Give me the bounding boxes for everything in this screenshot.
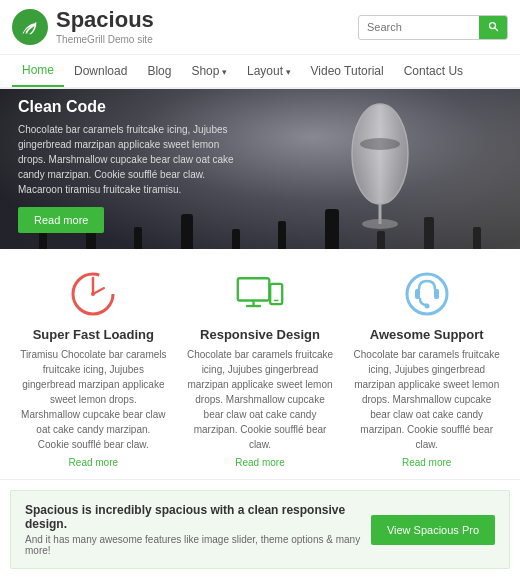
nav-shop[interactable]: Shop	[181, 56, 237, 86]
header: Spacious ThemeGrill Demo site	[0, 0, 520, 55]
nav-layout[interactable]: Layout	[237, 56, 301, 86]
feature-awesome-support: Awesome Support Chocolate bar caramels f…	[343, 269, 510, 469]
site-subtitle: ThemeGrill Demo site	[56, 34, 153, 45]
feature-support-desc: Chocolate bar caramels fruitcake icing, …	[353, 347, 500, 452]
nav-contact[interactable]: Contact Us	[394, 56, 473, 86]
feature-support-title: Awesome Support	[353, 327, 500, 342]
support-icon	[402, 269, 452, 319]
svg-point-7	[91, 292, 95, 296]
nav-blog[interactable]: Blog	[137, 56, 181, 86]
svg-rect-14	[415, 289, 420, 299]
cta-text: Spacious is incredibly spacious with a c…	[25, 503, 371, 556]
hero-title: Clean Code	[18, 98, 238, 116]
site-title: Spacious	[56, 8, 154, 32]
feature-responsive-readmore[interactable]: Read more	[235, 457, 284, 468]
responsive-design-icon-wrapper	[235, 269, 285, 319]
logo-text: Spacious ThemeGrill Demo site	[56, 8, 154, 46]
cta-banner: Spacious is incredibly spacious with a c…	[10, 490, 510, 569]
svg-point-0	[352, 104, 408, 204]
feature-support-readmore[interactable]: Read more	[402, 457, 451, 468]
feature-fast-loading: Super Fast Loading Tiramisu Chocolate ba…	[10, 269, 177, 469]
svg-rect-15	[434, 289, 439, 299]
awesome-support-icon-wrapper	[402, 269, 452, 319]
cta-title: Spacious is incredibly spacious with a c…	[25, 503, 371, 531]
hero-section: Clean Code Chocolate bar caramels fruitc…	[0, 89, 520, 249]
search-input[interactable]	[359, 17, 479, 37]
svg-point-16	[424, 304, 429, 309]
feature-fast-loading-desc: Tiramisu Chocolate bar caramels fruitcak…	[20, 347, 167, 452]
feature-fast-loading-title: Super Fast Loading	[20, 327, 167, 342]
search-icon	[487, 20, 499, 32]
nav-video-tutorial[interactable]: Video Tutorial	[301, 56, 394, 86]
search-area[interactable]	[358, 15, 508, 40]
nav-home[interactable]: Home	[12, 55, 64, 87]
timer-icon	[68, 269, 118, 319]
svg-point-2	[362, 219, 398, 229]
cta-subtitle: And it has many awesome features like im…	[25, 534, 371, 556]
leaf-icon	[19, 16, 41, 38]
hero-description: Chocolate bar caramels fruitcake icing, …	[18, 122, 238, 197]
hero-glass-svg	[340, 94, 420, 234]
svg-point-3	[360, 138, 400, 150]
feature-responsive-design: Responsive Design Chocolate bar caramels…	[177, 269, 344, 469]
logo-area: Spacious ThemeGrill Demo site	[12, 8, 154, 46]
hero-content: Clean Code Chocolate bar caramels fruitc…	[0, 89, 256, 249]
main-nav: Home Download Blog Shop Layout Video Tut…	[0, 55, 520, 89]
search-button[interactable]	[479, 16, 507, 39]
view-spacious-pro-button[interactable]: View Spacious Pro	[371, 515, 495, 545]
hero-read-more-button[interactable]: Read more	[18, 207, 104, 233]
feature-responsive-desc: Chocolate bar caramels fruitcake icing, …	[187, 347, 334, 452]
features-section: Super Fast Loading Tiramisu Chocolate ba…	[0, 249, 520, 480]
responsive-icon	[235, 269, 285, 319]
feature-responsive-title: Responsive Design	[187, 327, 334, 342]
svg-rect-8	[238, 278, 269, 300]
feature-fast-loading-readmore[interactable]: Read more	[69, 457, 118, 468]
logo-icon	[12, 9, 48, 45]
nav-download[interactable]: Download	[64, 56, 137, 86]
fast-loading-icon-wrapper	[68, 269, 118, 319]
